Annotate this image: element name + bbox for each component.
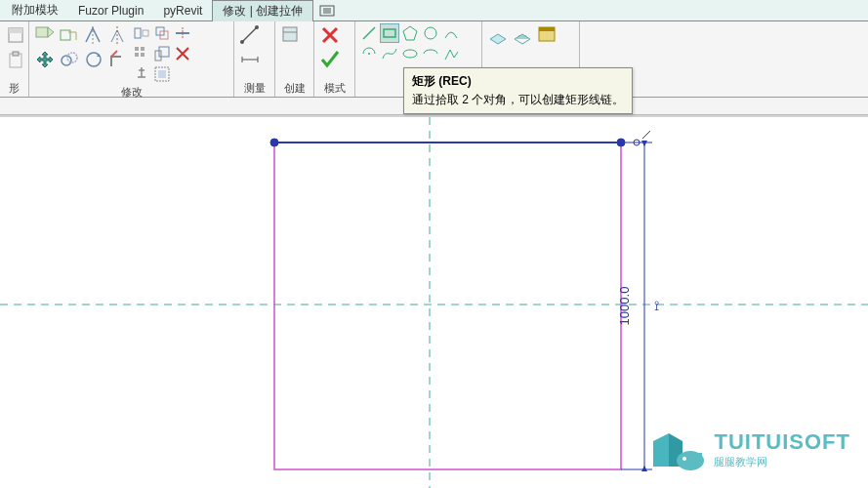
scale-icon[interactable] xyxy=(152,44,172,63)
svg-marker-40 xyxy=(653,433,669,467)
dimension-value[interactable]: 1000.0 xyxy=(617,287,632,326)
svg-marker-34 xyxy=(403,26,417,40)
tab-modify-extrusion[interactable]: 修改 | 创建拉伸 xyxy=(212,0,313,21)
group-label-create: 创建 xyxy=(279,80,310,97)
properties-icon[interactable] xyxy=(4,23,27,47)
rectangle-tooltip: 矩形 (REC) 通过拾取 2 个对角，可以创建矩形线链。 xyxy=(403,67,633,114)
svg-rect-21 xyxy=(141,53,145,57)
move-icon[interactable] xyxy=(33,48,57,71)
svg-point-10 xyxy=(67,53,77,62)
dimension-icon[interactable] xyxy=(238,48,262,71)
ellipse-arc-icon[interactable] xyxy=(421,44,440,63)
mirror-draw-icon[interactable] xyxy=(106,23,130,47)
svg-point-35 xyxy=(425,27,436,39)
cancel-icon[interactable] xyxy=(318,23,342,47)
svg-rect-20 xyxy=(135,53,139,57)
svg-point-43 xyxy=(682,457,686,461)
workplane-show-icon[interactable] xyxy=(511,23,534,47)
create-icon[interactable] xyxy=(279,23,303,47)
svg-point-28 xyxy=(255,25,259,29)
spline-icon[interactable] xyxy=(380,44,399,63)
group-label-measure: 测量 xyxy=(238,80,270,97)
delete-icon[interactable] xyxy=(173,44,192,63)
watermark-subtitle: 腿腿教学网 xyxy=(714,455,767,469)
tab-pyrevit[interactable]: pyRevit xyxy=(153,2,212,20)
arc-3pt-icon[interactable] xyxy=(441,23,461,43)
svg-rect-25 xyxy=(158,70,166,78)
polygon-icon[interactable] xyxy=(400,23,420,43)
drag-arrow xyxy=(642,131,650,139)
trim-icon[interactable] xyxy=(106,48,130,71)
svg-rect-13 xyxy=(143,30,148,36)
svg-line-32 xyxy=(363,27,375,39)
sketch-rectangle[interactable] xyxy=(274,142,621,469)
svg-point-36 xyxy=(368,53,370,55)
svg-rect-12 xyxy=(135,28,141,38)
array-icon[interactable] xyxy=(132,44,151,63)
watermark-logo-icon xyxy=(636,424,706,474)
offset-icon[interactable] xyxy=(152,23,172,43)
pick-lines-icon[interactable] xyxy=(441,44,461,63)
svg-rect-18 xyxy=(135,47,139,51)
arc-center-icon[interactable] xyxy=(359,44,379,63)
workplane-set-icon[interactable] xyxy=(486,23,510,47)
cut-geometry-icon[interactable] xyxy=(33,23,57,47)
circle-icon[interactable] xyxy=(421,23,440,43)
group-label-shape: 形 xyxy=(4,80,24,97)
svg-point-9 xyxy=(62,56,71,65)
group-label-mode: 模式 xyxy=(318,80,351,97)
svg-rect-44 xyxy=(696,453,702,458)
align-icon[interactable] xyxy=(132,23,151,43)
svg-point-37 xyxy=(403,50,417,58)
workplane-viewer-icon[interactable] xyxy=(535,23,558,47)
copy-icon[interactable] xyxy=(58,48,81,71)
watermark-brand: TUITUISOFT xyxy=(714,429,850,455)
tab-fuzor[interactable]: Fuzor Plugin xyxy=(68,2,153,20)
svg-rect-19 xyxy=(141,47,145,51)
drawing-canvas[interactable]: ⟟ 1000.0 TUITUISOFT 腿腿教学网 xyxy=(0,115,868,486)
svg-point-27 xyxy=(240,40,244,44)
mirror-axis-icon[interactable] xyxy=(82,23,105,47)
rotate-icon[interactable] xyxy=(82,48,105,71)
rectangle-icon[interactable] xyxy=(380,23,399,43)
svg-rect-33 xyxy=(384,29,395,37)
measure-icon[interactable] xyxy=(238,23,262,47)
svg-rect-4 xyxy=(13,52,19,56)
tooltip-body: 通过拾取 2 个对角，可以创建矩形线链。 xyxy=(412,92,624,108)
finish-icon[interactable] xyxy=(318,48,342,71)
join-icon[interactable] xyxy=(58,23,81,47)
svg-rect-22 xyxy=(155,51,161,61)
svg-line-26 xyxy=(242,27,257,42)
pin-icon[interactable] xyxy=(132,64,151,84)
svg-rect-39 xyxy=(539,27,555,31)
svg-rect-5 xyxy=(36,27,48,37)
group-icon[interactable] xyxy=(152,64,172,84)
svg-rect-2 xyxy=(9,28,22,33)
dimension-lock-icon[interactable]: ⟟ xyxy=(654,298,659,313)
dimension-arrow xyxy=(641,141,647,146)
split-icon[interactable] xyxy=(173,23,192,43)
tab-expand-icon[interactable] xyxy=(313,3,341,19)
vertex-handle[interactable] xyxy=(270,139,278,146)
clipboard-icon[interactable] xyxy=(4,48,27,71)
watermark: TUITUISOFT 腿腿教学网 xyxy=(636,424,850,474)
tab-addin[interactable]: 附加模块 xyxy=(2,0,68,20)
tooltip-title: 矩形 (REC) xyxy=(412,73,624,90)
svg-rect-30 xyxy=(283,27,297,41)
ellipse-icon[interactable] xyxy=(400,44,420,63)
line-icon[interactable] xyxy=(359,23,379,43)
